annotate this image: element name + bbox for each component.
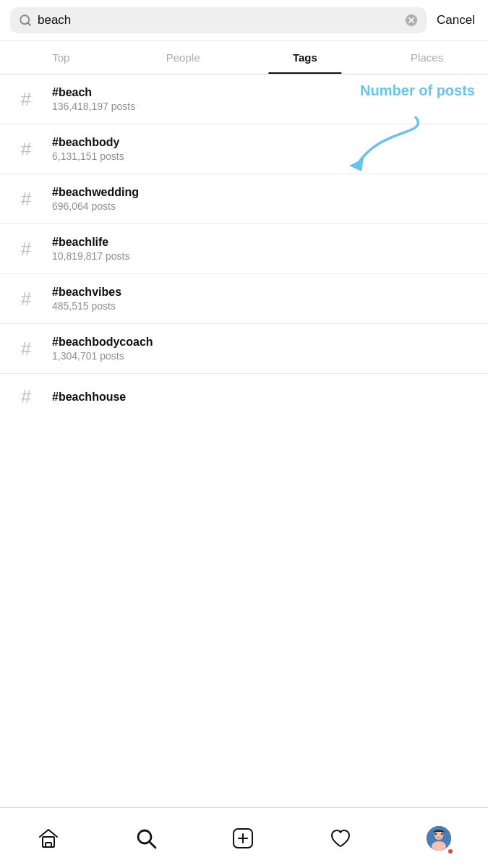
tag-item[interactable]: # #beachbody 6,131,151 posts — [0, 124, 488, 174]
tab-people[interactable]: People — [122, 41, 244, 74]
home-icon — [37, 827, 60, 850]
notification-dot — [448, 849, 453, 854]
bottom-nav — [0, 807, 488, 868]
hash-icon: # — [13, 238, 39, 260]
cancel-button[interactable]: Cancel — [434, 13, 478, 27]
tag-item[interactable]: # #beachvibes 485,515 posts — [0, 274, 488, 324]
tag-name: #beachbodycoach — [52, 336, 153, 349]
hash-icon: # — [13, 138, 39, 161]
tag-info: #beachwedding 696,064 posts — [52, 186, 139, 212]
svg-line-1 — [27, 22, 30, 25]
search-nav-icon — [134, 827, 158, 850]
search-input[interactable] — [38, 13, 399, 27]
tag-name: #beachbody — [52, 136, 124, 149]
tag-count: 696,064 posts — [52, 200, 139, 212]
tag-info: #beach 136,418,197 posts — [52, 86, 135, 112]
tag-item[interactable]: # #beachlife 10,819,817 posts — [0, 224, 488, 274]
svg-rect-7 — [46, 843, 51, 847]
tag-info: #beachvibes 485,515 posts — [52, 286, 121, 312]
tag-name: #beachlife — [52, 236, 129, 249]
svg-point-16 — [435, 833, 436, 834]
tabs-bar: Top People Tags Places — [0, 41, 488, 75]
annotation-label: Number of posts — [360, 82, 475, 99]
svg-point-14 — [435, 831, 443, 840]
tag-info: #beachlife 10,819,817 posts — [52, 236, 129, 262]
heart-icon — [329, 827, 352, 850]
tag-item[interactable]: # #beachwedding 696,064 posts — [0, 174, 488, 224]
profile-icon — [427, 826, 451, 851]
tag-name: #beachvibes — [52, 286, 121, 299]
nav-home[interactable] — [25, 821, 72, 856]
clear-button[interactable] — [405, 14, 418, 27]
nav-heart[interactable] — [317, 821, 364, 856]
svg-point-17 — [440, 833, 442, 834]
tab-top[interactable]: Top — [0, 41, 122, 74]
nav-profile[interactable] — [415, 820, 463, 856]
tag-name: #beach — [52, 86, 135, 99]
hash-icon: # — [13, 188, 39, 210]
tag-item[interactable]: # #beachhouse — [0, 374, 488, 420]
tag-item[interactable]: # #beach 136,418,197 posts Number of pos… — [0, 75, 488, 124]
hash-icon: # — [13, 288, 39, 310]
tag-count: 6,131,151 posts — [52, 150, 124, 162]
tag-count: 1,304,701 posts — [52, 350, 153, 362]
search-bar: Cancel — [0, 0, 488, 41]
tag-info: #beachhouse — [52, 391, 126, 404]
tag-name: #beachhouse — [52, 391, 126, 404]
search-input-wrapper[interactable] — [10, 7, 427, 33]
tag-count: 485,515 posts — [52, 300, 121, 312]
clear-icon — [405, 14, 418, 27]
svg-line-9 — [150, 842, 155, 848]
tab-tags[interactable]: Tags — [244, 41, 367, 74]
tag-info: #beachbodycoach 1,304,701 posts — [52, 336, 153, 362]
tag-list: # #beach 136,418,197 posts Number of pos… — [0, 75, 488, 420]
hash-icon: # — [13, 88, 39, 111]
nav-search[interactable] — [123, 821, 169, 856]
search-icon — [19, 14, 32, 27]
tag-item[interactable]: # #beachbodycoach 1,304,701 posts — [0, 324, 488, 374]
tag-name: #beachwedding — [52, 186, 139, 199]
tag-info: #beachbody 6,131,151 posts — [52, 136, 124, 162]
tab-places[interactable]: Places — [366, 41, 488, 74]
hash-icon: # — [13, 338, 39, 360]
avatar — [427, 826, 451, 851]
tag-count: 10,819,817 posts — [52, 250, 129, 262]
tag-count: 136,418,197 posts — [52, 101, 135, 112]
nav-add[interactable] — [220, 821, 266, 856]
add-icon — [231, 827, 254, 850]
hash-icon: # — [13, 386, 39, 408]
